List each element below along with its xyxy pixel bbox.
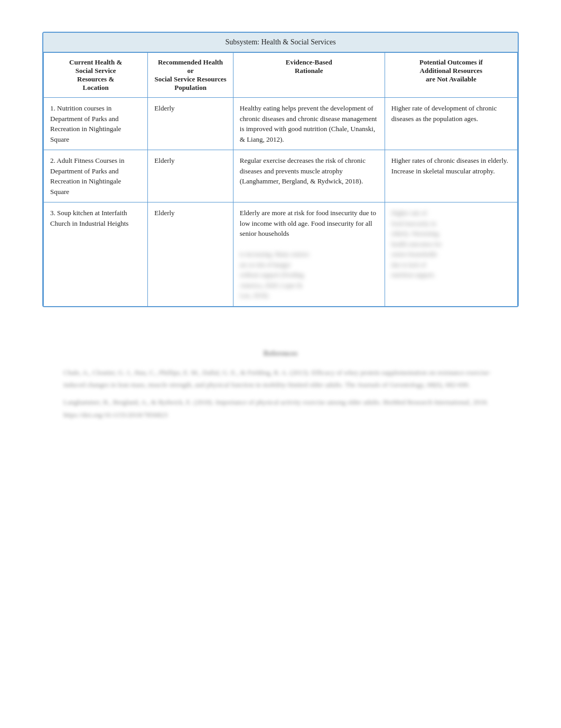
header-col1: Current Health &Social ServiceResources … [44, 53, 148, 98]
reference-item-2: Langhammer, B., Bergland, A., & Rydwick,… [63, 396, 498, 421]
main-table-container: Subsystem: Health & Social Services Curr… [42, 32, 519, 307]
references-title: References [63, 349, 498, 358]
row3-col3: Elderly are more at risk for food insecu… [233, 202, 385, 306]
row2-col2: Elderly [148, 150, 233, 202]
row1-col4: Higher rate of development of chronic di… [385, 98, 517, 150]
row3-col2: Elderly [148, 202, 233, 306]
row3-col3-text: Elderly are more at risk for food insecu… [240, 209, 376, 237]
row3-col3-blurred: is increasing. Many seniorsare at risk o… [240, 251, 309, 299]
row2-col4: Higher rates of chronic diseases in elde… [385, 150, 517, 202]
reference-item-1: Chale, A., Cloutier, G. J., Hau, C., Phi… [63, 366, 498, 391]
table-row: 2. Adult Fitness Courses in Department o… [44, 150, 518, 202]
subsystem-table: Current Health &Social ServiceResources … [43, 52, 518, 306]
header-col2: Recommended Health orSocial Service Reso… [148, 53, 233, 98]
row3-col4: Higher rate offood insecurity inelderly.… [385, 202, 517, 306]
row1-col1: 1. Nutrition courses in Department of Pa… [44, 98, 148, 150]
header-col4: Potential Outcomes ifAdditional Resource… [385, 53, 517, 98]
row1-col3: Healthy eating helps prevent the develop… [233, 98, 385, 150]
row3-col4-blurred: Higher rate offood insecurity inelderly.… [391, 209, 442, 279]
table-title: Subsystem: Health & Social Services [43, 33, 518, 52]
header-col3: Evidence-BasedRationale [233, 53, 385, 98]
table-row: 1. Nutrition courses in Department of Pa… [44, 98, 518, 150]
references-section: References Chale, A., Cloutier, G. J., H… [42, 339, 519, 437]
row1-col2: Elderly [148, 98, 233, 150]
row3-col1: 3. Soup kitchen at Interfaith Church in … [44, 202, 148, 306]
row2-col3: Regular exercise decreases the risk of c… [233, 150, 385, 202]
table-row: 3. Soup kitchen at Interfaith Church in … [44, 202, 518, 306]
row2-col1: 2. Adult Fitness Courses in Department o… [44, 150, 148, 202]
